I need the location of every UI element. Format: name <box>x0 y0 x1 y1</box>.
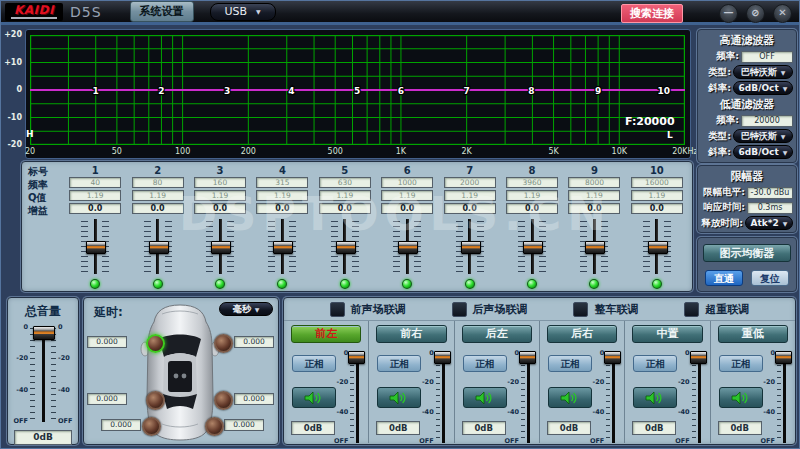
link-checkbox-item[interactable]: 后声场联调 <box>452 302 528 317</box>
band-q-input[interactable]: 1.19 <box>631 190 683 201</box>
checkbox-icon[interactable] <box>684 302 699 317</box>
channel-slider-handle[interactable] <box>348 351 365 364</box>
band-gain-input[interactable]: 0.0 <box>568 203 620 214</box>
band-freq-input[interactable]: 630 <box>319 177 371 188</box>
band-q-input[interactable]: 1.19 <box>506 190 558 201</box>
band-freq-input[interactable]: 16000 <box>631 177 683 188</box>
minimize-icon[interactable]: — <box>719 4 738 23</box>
band-slider-handle[interactable] <box>461 241 481 254</box>
lpf-freq-input[interactable]: 20000 <box>741 115 793 127</box>
phase-button[interactable]: 正相 <box>633 355 677 372</box>
band-freq-input[interactable]: 315 <box>256 177 308 188</box>
channel-name-button[interactable]: 前左 <box>291 325 361 343</box>
close-icon[interactable]: ✕ <box>773 4 792 23</box>
channel-slider-track[interactable] <box>612 351 615 443</box>
channel-volume-slider[interactable]: 0-20-40OFF <box>420 351 451 443</box>
band-gain-input[interactable]: 0.0 <box>506 203 558 214</box>
channel-name-button[interactable]: 重低 <box>718 325 788 343</box>
band-q-input[interactable]: 1.19 <box>256 190 308 201</box>
band-gain-input[interactable]: 0.0 <box>381 203 433 214</box>
band-freq-input[interactable]: 160 <box>194 177 246 188</box>
checkbox-icon[interactable] <box>573 302 588 317</box>
eq-curve-point[interactable]: 2 <box>158 86 164 96</box>
band-gain-slider[interactable] <box>514 217 550 276</box>
phase-button[interactable]: 正相 <box>719 355 763 372</box>
band-slider-handle[interactable] <box>648 241 668 254</box>
lpf-slope-select[interactable]: 6dB/Oct▼ <box>733 145 793 159</box>
maximize-icon[interactable]: ⊘ <box>746 4 765 23</box>
channel-name-button[interactable]: 后左 <box>462 325 532 343</box>
channel-gain-input[interactable]: 0dB <box>376 421 420 435</box>
lpf-type-select[interactable]: 巴特沃斯▼ <box>733 129 793 143</box>
channel-slider-handle[interactable] <box>434 351 451 364</box>
limiter-release-select[interactable]: Atk*2▼ <box>745 216 793 230</box>
mute-button[interactable] <box>292 387 336 408</box>
mute-button[interactable] <box>377 387 421 408</box>
channel-volume-slider[interactable]: 0-20-40OFF <box>334 351 365 443</box>
mute-button[interactable] <box>719 387 763 408</box>
phase-button[interactable]: 正相 <box>377 355 421 372</box>
channel-volume-slider[interactable]: 0-20-40OFF <box>505 351 536 443</box>
band-gain-slider[interactable] <box>452 217 488 276</box>
band-slider-handle[interactable] <box>211 241 231 254</box>
band-slider-handle[interactable] <box>336 241 356 254</box>
channel-slider-handle[interactable] <box>690 351 707 364</box>
eq-curve-point[interactable]: 10 <box>658 86 671 96</box>
band-gain-input[interactable]: 0.0 <box>69 203 121 214</box>
band-freq-input[interactable]: 8000 <box>568 177 620 188</box>
connection-select[interactable]: USB ▼ <box>210 3 276 21</box>
master-volume-value[interactable]: 0dB <box>14 430 72 445</box>
speaker-knob[interactable] <box>214 391 233 410</box>
channel-name-button[interactable]: 前右 <box>376 325 446 343</box>
master-volume-slider[interactable]: 0-20-40OFF 0-20-40OFF <box>13 326 73 422</box>
eq-curve-point[interactable]: 4 <box>288 86 294 96</box>
link-checkbox-item[interactable]: 前声场联调 <box>330 302 406 317</box>
channel-slider-handle[interactable] <box>604 351 621 364</box>
channel-gain-input[interactable]: 0dB <box>547 421 591 435</box>
speaker-knob-selected[interactable] <box>146 334 165 353</box>
band-q-input[interactable]: 1.19 <box>69 190 121 201</box>
band-q-input[interactable]: 1.19 <box>568 190 620 201</box>
band-q-input[interactable]: 1.19 <box>444 190 496 201</box>
band-slider-handle[interactable] <box>273 241 293 254</box>
mute-button[interactable] <box>548 387 592 408</box>
band-slider-handle[interactable] <box>86 241 106 254</box>
hpf-type-select[interactable]: 巴特沃斯▼ <box>733 65 793 79</box>
speaker-knob[interactable] <box>146 391 165 410</box>
channel-name-button[interactable]: 中置 <box>632 325 702 343</box>
eq-curve-point[interactable]: 3 <box>224 86 230 96</box>
channel-gain-input[interactable]: 0dB <box>462 421 506 435</box>
hpf-freq-input[interactable]: OFF <box>741 51 793 63</box>
delay-value-input[interactable]: 0.000 <box>234 336 274 348</box>
band-gain-slider[interactable] <box>77 217 113 276</box>
band-gain-slider[interactable] <box>327 217 363 276</box>
delay-value-input[interactable]: 0.000 <box>87 393 127 405</box>
speaker-knob[interactable] <box>205 417 224 436</box>
mute-button[interactable] <box>633 387 677 408</box>
band-q-input[interactable]: 1.19 <box>194 190 246 201</box>
channel-slider-track[interactable] <box>783 351 786 443</box>
speaker-knob[interactable] <box>142 417 161 436</box>
graphic-eq-button[interactable]: 图示均衡器 <box>703 244 791 262</box>
channel-slider-track[interactable] <box>442 351 445 443</box>
link-checkbox-item[interactable]: 整车联调 <box>573 302 638 317</box>
eq-curve-point[interactable]: 9 <box>595 86 601 96</box>
band-gain-slider[interactable] <box>639 217 675 276</box>
eq-curve-point[interactable]: 6 <box>398 86 404 96</box>
band-gain-input[interactable]: 0.0 <box>631 203 683 214</box>
master-slider-track[interactable] <box>42 326 45 422</box>
channel-name-button[interactable]: 后右 <box>547 325 617 343</box>
band-freq-input[interactable]: 2000 <box>444 177 496 188</box>
delay-value-input[interactable]: 0.000 <box>234 393 274 405</box>
band-gain-input[interactable]: 0.0 <box>444 203 496 214</box>
band-freq-input[interactable]: 80 <box>132 177 184 188</box>
reset-button[interactable]: 复位 <box>751 270 789 286</box>
phase-button[interactable]: 正相 <box>292 355 336 372</box>
band-slider-handle[interactable] <box>523 241 543 254</box>
band-gain-slider[interactable] <box>264 217 300 276</box>
system-settings-button[interactable]: 系统设置 <box>130 1 194 22</box>
channel-gain-input[interactable]: 0dB <box>291 421 335 435</box>
search-connect-button[interactable]: 搜索连接 <box>621 4 683 23</box>
speaker-knob[interactable] <box>214 334 233 353</box>
band-gain-slider[interactable] <box>576 217 612 276</box>
